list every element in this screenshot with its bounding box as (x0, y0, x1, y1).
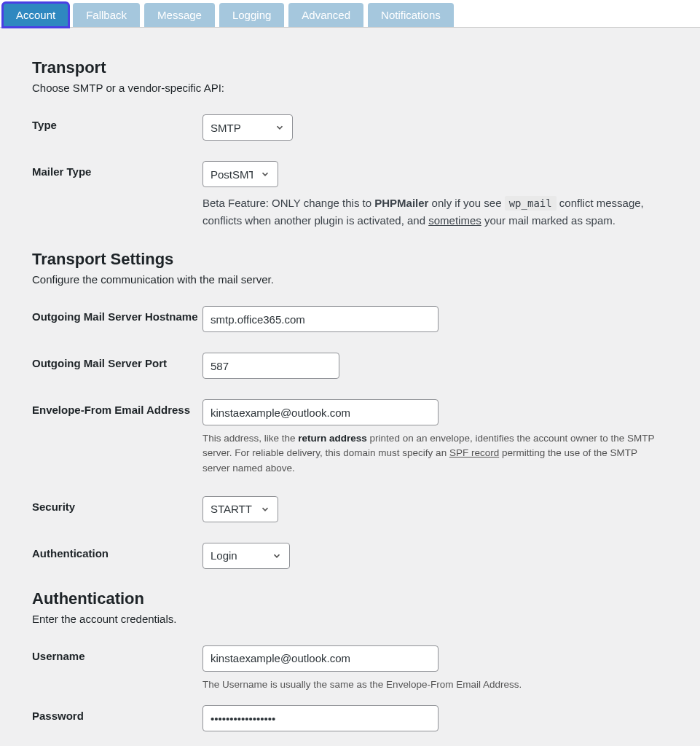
username-label: Username (32, 645, 202, 662)
auth-heading: Authentication (32, 589, 667, 608)
authentication-select[interactable]: Login (202, 543, 290, 569)
security-select[interactable]: STARTTLS (202, 496, 278, 522)
envelope-input[interactable] (202, 399, 439, 425)
port-label: Outgoing Mail Server Port (32, 353, 202, 369)
host-label: Outgoing Mail Server Hostname (32, 306, 202, 323)
authentication-label: Authentication (32, 543, 202, 560)
tab-bar: Account Fallback Message Logging Advance… (0, 0, 700, 28)
mailer-type-select[interactable]: PostSMTP (202, 161, 278, 187)
port-input[interactable] (202, 353, 339, 379)
tab-advanced[interactable]: Advanced (288, 3, 363, 27)
type-label: Type (32, 114, 202, 131)
envelope-label: Envelope-From Email Address (32, 399, 202, 416)
password-label: Password (32, 705, 202, 722)
auth-desc: Enter the account credentials. (32, 613, 667, 625)
security-label: Security (32, 496, 202, 513)
settings-heading: Transport Settings (32, 250, 667, 269)
username-help: The Username is usually the same as the … (202, 678, 667, 692)
tab-notifications[interactable]: Notifications (368, 3, 454, 27)
tab-account[interactable]: Account (3, 3, 68, 27)
mailer-help: Beta Feature: ONLY change this to PHPMai… (202, 195, 667, 229)
tab-message[interactable]: Message (144, 3, 215, 27)
transport-heading: Transport (32, 58, 667, 77)
envelope-help: This address, like the return address pr… (202, 431, 667, 476)
mailer-type-label: Mailer Type (32, 161, 202, 178)
tab-fallback[interactable]: Fallback (73, 3, 140, 27)
tab-logging[interactable]: Logging (219, 3, 284, 27)
transport-desc: Choose SMTP or a vendor-specific API: (32, 82, 667, 94)
host-input[interactable] (202, 306, 439, 332)
username-input[interactable] (202, 645, 439, 672)
password-input[interactable] (202, 705, 439, 731)
settings-desc: Configure the communication with the mai… (32, 273, 667, 286)
type-select[interactable]: SMTP (202, 114, 293, 141)
